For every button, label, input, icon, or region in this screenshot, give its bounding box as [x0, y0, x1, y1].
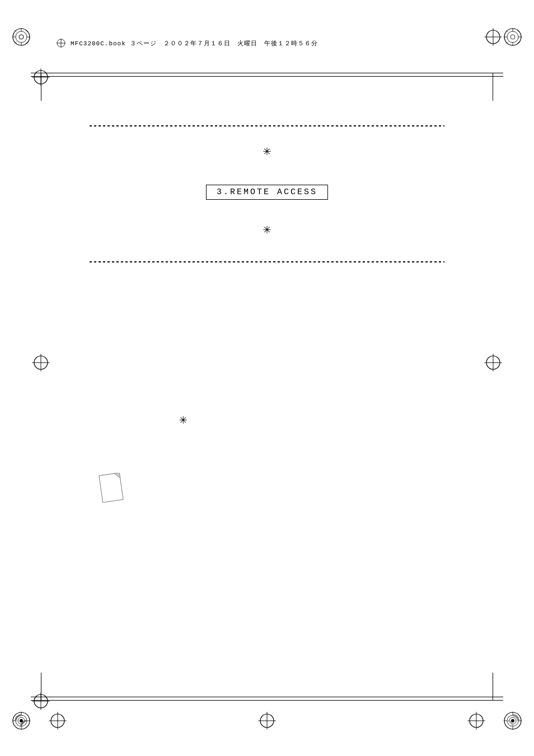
paper-document-icon	[98, 473, 126, 509]
asterisk-middle: ✳	[263, 221, 271, 237]
header-area: MFC3200C.book ３ページ ２００２年７月１６日 火曜日 午後１２時５…	[56, 38, 478, 48]
svg-point-18	[507, 31, 518, 43]
reg-mark-br-small1	[466, 711, 486, 731]
asterisk-lower: ✳	[179, 411, 187, 428]
svg-point-1	[16, 31, 27, 43]
right-vert-line-top	[493, 73, 493, 101]
reg-mark-br-large	[503, 711, 523, 731]
reg-mark-bl-small2	[48, 711, 68, 731]
reg-mark-bl-large	[11, 711, 31, 731]
header-crosshair-icon	[56, 38, 66, 48]
reg-mark-ml	[31, 353, 51, 373]
bottom-rule-line1	[31, 697, 503, 697]
remote-access-box: 3.REMOTE ACCESS	[206, 185, 328, 200]
reg-mark-tr-small	[483, 27, 503, 47]
header-text: MFC3200C.book ３ページ ２００２年７月１６日 火曜日 午後１２時５…	[71, 39, 318, 48]
reg-mark-bc	[257, 711, 277, 731]
reg-mark-tl-large	[11, 27, 31, 47]
top-rule-line1	[31, 73, 503, 73]
reg-mark-mr	[483, 353, 503, 373]
bottom-rule-line2	[31, 700, 503, 701]
top-rule-line2	[31, 76, 503, 77]
svg-point-19	[510, 35, 515, 39]
svg-point-2	[19, 35, 24, 39]
left-vert-line-top	[41, 73, 41, 101]
reg-mark-tr-large	[503, 27, 523, 47]
left-vert-line-bottom	[41, 673, 41, 701]
asterisk-top: ✳	[263, 143, 271, 159]
remote-access-container: 3.REMOTE ACCESS	[206, 185, 328, 200]
dotted-separator-top	[90, 124, 444, 128]
dotted-separator-bottom	[90, 260, 444, 264]
right-vert-line-bottom	[493, 673, 493, 701]
